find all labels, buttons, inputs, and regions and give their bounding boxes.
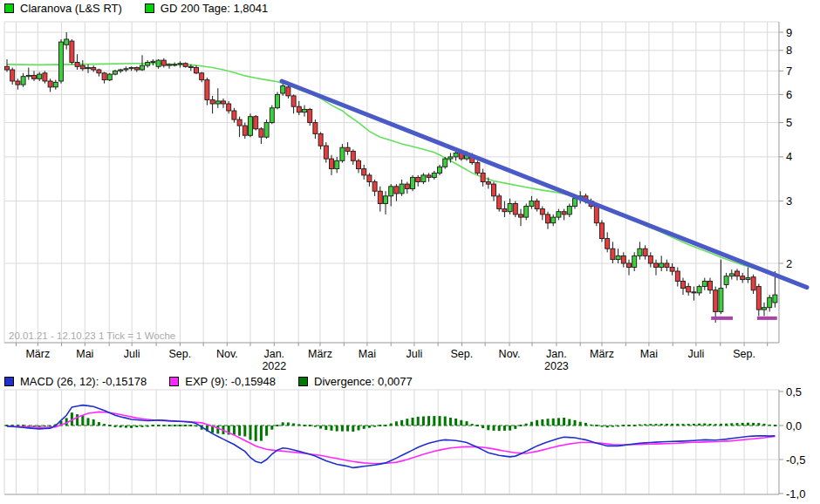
candle (627, 263, 632, 268)
candle (113, 71, 118, 74)
candle (735, 271, 740, 276)
candle (492, 184, 496, 196)
candle (654, 263, 659, 268)
svg-text:3: 3 (786, 194, 792, 208)
candle (557, 212, 561, 217)
candle (227, 104, 231, 111)
candle (92, 68, 96, 71)
candle (443, 159, 448, 167)
svg-text:5: 5 (786, 116, 792, 129)
svg-text:Jan.: Jan. (546, 348, 567, 360)
candle (156, 60, 161, 66)
candle (394, 187, 399, 194)
series-label: Claranova (L&S RT) (20, 2, 122, 15)
candle (751, 277, 755, 290)
svg-text:Sep.: Sep. (451, 348, 474, 360)
candle (48, 81, 52, 87)
svg-text:März: März (25, 348, 50, 360)
candle (384, 196, 388, 204)
candle (146, 63, 150, 66)
candle (540, 209, 544, 215)
price-axis-labels: 98765432 (779, 26, 792, 270)
candle (5, 66, 10, 70)
candle (573, 199, 577, 207)
candle (335, 160, 339, 168)
candle (26, 75, 31, 76)
candle (697, 287, 701, 293)
candle (508, 204, 512, 212)
candle (286, 87, 290, 96)
candle (308, 109, 312, 122)
candle (389, 187, 393, 196)
candle (567, 207, 571, 215)
legend-item-series: Claranova (L&S RT) (4, 2, 122, 15)
candle (411, 177, 415, 188)
candle (53, 82, 58, 87)
candle (475, 163, 480, 174)
candle (378, 191, 382, 203)
trendline (282, 81, 807, 288)
exp-swatch-icon (169, 377, 179, 386)
svg-text:4: 4 (786, 150, 792, 163)
macd-axis-labels: 0,50,0-0,5-1,0 (779, 385, 805, 501)
svg-text:7: 7 (786, 65, 792, 78)
svg-text:0,5: 0,5 (786, 385, 802, 398)
candle (43, 73, 47, 81)
candle (502, 209, 507, 212)
candle (291, 96, 296, 106)
candle (86, 68, 91, 69)
candle (665, 263, 669, 268)
candle (340, 147, 345, 160)
candle (367, 175, 372, 182)
candle (303, 109, 307, 112)
candle (659, 263, 664, 268)
candle (372, 182, 377, 192)
ma-label: GD 200 Tage: 1,8041 (161, 2, 268, 15)
legend-item-divergence: Divergence: 0,0077 (298, 375, 413, 388)
candle (237, 119, 242, 126)
candle (167, 65, 172, 65)
ma-swatch-icon (145, 3, 154, 13)
svg-text:9: 9 (786, 26, 792, 39)
main-legend: Claranova (L&S RT) GD 200 Tage: 1,8041 (4, 2, 268, 15)
svg-text:März: März (590, 348, 614, 360)
candle (746, 278, 750, 280)
candle (281, 86, 285, 94)
candle (719, 289, 723, 312)
candle (448, 157, 453, 159)
candle (594, 207, 598, 223)
svg-text:Juli: Juli (688, 348, 705, 360)
candle (762, 308, 767, 310)
candle (405, 184, 409, 188)
macd-legend: MACD (26, 12): -0,15178 EXP (9): -0,1594… (4, 375, 413, 388)
candle (151, 61, 155, 62)
svg-text:Mai: Mai (640, 348, 658, 360)
svg-text:-0,5: -0,5 (786, 453, 805, 467)
candle (32, 75, 37, 78)
candle (97, 70, 101, 73)
candle (551, 217, 556, 223)
candle (65, 39, 69, 44)
candle (438, 167, 442, 173)
price-and-macd-chart-svg: 98765432MärzMaiJuliSep.Nov.Jan.2022MärzM… (0, 0, 820, 504)
candle (756, 287, 761, 310)
macd-grid (4, 426, 779, 460)
candle (648, 255, 653, 263)
candle (416, 177, 420, 181)
candle (134, 68, 139, 71)
candle (643, 249, 647, 255)
svg-text:Jan.: Jan. (263, 348, 284, 360)
candle (38, 74, 42, 78)
candle (675, 271, 680, 282)
candle (75, 63, 79, 67)
candle (605, 239, 610, 249)
candle (107, 74, 112, 80)
candle (297, 106, 301, 112)
candle (318, 133, 323, 146)
candle (432, 173, 436, 177)
svg-text:2022: 2022 (262, 360, 286, 372)
candle (497, 196, 502, 209)
candle (768, 297, 772, 307)
candle (200, 73, 204, 80)
candle (21, 77, 25, 85)
